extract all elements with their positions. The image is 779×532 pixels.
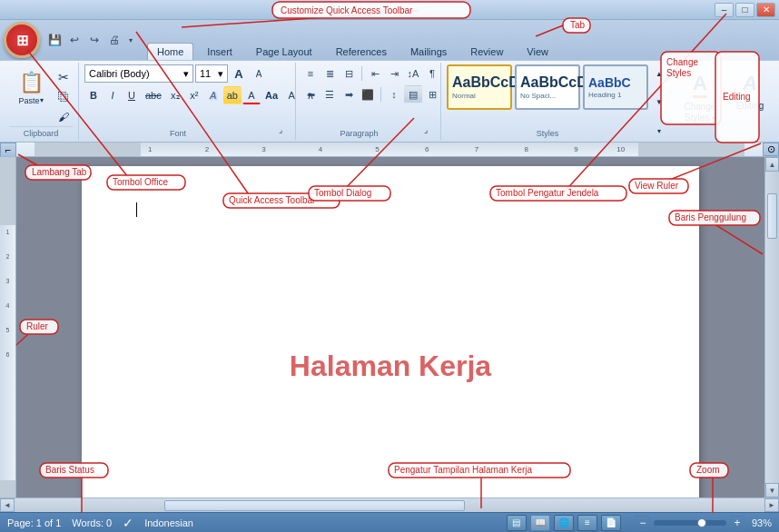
bullets-button[interactable]: ≡	[301, 64, 320, 83]
tab-references[interactable]: References	[326, 43, 397, 60]
style-normal-label: Normal	[452, 92, 476, 100]
ruler-num-4: 4	[319, 145, 322, 153]
v-ruler-bottom-margin	[0, 480, 15, 498]
style-heading1[interactable]: AaBbC Heading 1	[583, 64, 648, 110]
change-styles-button[interactable]: A ChangeStyles ▾	[675, 63, 725, 140]
align-center-button[interactable]: ☰	[320, 85, 339, 103]
view-outline-button[interactable]: ≡	[577, 515, 597, 531]
styles-scroll-up[interactable]: ▲	[650, 64, 668, 83]
ruler-num-6: 6	[425, 145, 429, 153]
justify-button[interactable]: ⬛	[359, 85, 377, 103]
office-button[interactable]: ⊞	[4, 22, 40, 58]
tab-review[interactable]: Review	[460, 43, 513, 60]
paragraph-dialog-button[interactable]: ⌟	[417, 121, 435, 139]
hscroll-right-button[interactable]: ►	[764, 498, 779, 512]
style-normal[interactable]: AaBbCcDc Normal	[447, 64, 512, 110]
increase-indent-button[interactable]: ⇥	[385, 64, 403, 83]
tab-insert[interactable]: Insert	[197, 43, 242, 60]
hscroll-thumb[interactable]	[164, 500, 464, 511]
view-draft-button[interactable]: 📄	[601, 515, 621, 531]
highlight-button[interactable]: ab	[223, 86, 242, 104]
font-size-selector[interactable]: 11 ▾	[195, 64, 228, 83]
tab-alignment-icon[interactable]: ⌐	[0, 143, 16, 157]
document-page[interactable]: Halaman Kerja	[82, 166, 699, 498]
tab-page-layout[interactable]: Page Layout	[246, 43, 322, 60]
close-button[interactable]: ✕	[756, 3, 775, 17]
font-name-row: Calibri (Body) ▾ 11 ▾ A A	[84, 64, 268, 83]
font-size-up-button[interactable]: Aa	[261, 86, 281, 104]
format-painter-button[interactable]: 🖌	[54, 108, 73, 126]
cut-button[interactable]: ✂	[54, 68, 73, 86]
quick-access-toolbar: 💾 ↩ ↪ 🖨 ▾	[45, 31, 136, 49]
decrease-font-button[interactable]: A	[250, 64, 268, 83]
ruler-num-1: 1	[148, 145, 152, 153]
app-window: – □ ✕ ⊞ 💾 ↩ ↪ 🖨 ▾ Home Insert Page Layo	[0, 0, 779, 532]
zoom-out-button[interactable]: −	[636, 516, 650, 530]
sort-button[interactable]: ↕A	[404, 64, 422, 83]
scroll-thumb[interactable]	[767, 193, 777, 239]
increase-font-button[interactable]: A	[230, 64, 248, 83]
show-hide-button[interactable]: ¶	[423, 64, 441, 83]
zoom-slider[interactable]	[654, 520, 726, 526]
view-print-layout-button[interactable]: ▤	[507, 515, 527, 531]
horizontal-scrollbar[interactable]: ◄ ►	[0, 498, 779, 512]
vertical-scrollbar[interactable]: ▲ ▼	[764, 157, 779, 498]
subscript-button[interactable]: x₂	[166, 86, 184, 104]
print-qa-button[interactable]: 🖨	[105, 31, 123, 49]
v-ruler-num3: 3	[0, 278, 15, 284]
shading-button[interactable]: ▤	[404, 85, 422, 103]
border-button[interactable]: ⊞	[423, 85, 441, 103]
qa-dropdown-button[interactable]: ▾	[125, 31, 136, 49]
scroll-track[interactable]	[765, 172, 779, 483]
minimize-button[interactable]: –	[715, 3, 734, 17]
language[interactable]: Indonesian	[144, 517, 193, 528]
align-right-button[interactable]: ➡	[340, 85, 358, 103]
scroll-down-button[interactable]: ▼	[765, 483, 779, 498]
view-web-layout-button[interactable]: 🌐	[554, 515, 574, 531]
change-styles-icon: A	[682, 67, 718, 102]
scroll-up-button[interactable]: ▲	[765, 157, 779, 172]
document-area[interactable]: Halaman Kerja	[16, 157, 764, 498]
clipboard-label: Clipboard	[9, 126, 73, 140]
styles-scroll-down[interactable]: ▼	[650, 94, 668, 112]
italic-button[interactable]: I	[104, 86, 122, 104]
editing-button[interactable]: A Editing	[725, 63, 775, 140]
list-row: ≡ ≣ ⊟ ⇤ ⇥ ↕A ¶	[301, 64, 441, 83]
v-ruler-content: 1 2 3 4 5 6	[0, 225, 15, 480]
numbering-button[interactable]: ≣	[320, 64, 339, 83]
font-color-button[interactable]: A	[242, 86, 261, 104]
strikethrough-button[interactable]: abc	[142, 86, 165, 104]
paste-button[interactable]: 📋 Paste ▾	[9, 64, 53, 112]
copy-button[interactable]: ⿻	[54, 88, 73, 106]
view-ruler-button[interactable]: ⊙	[763, 143, 779, 156]
undo-qa-button[interactable]: ↩	[65, 31, 84, 49]
paste-dropdown-icon[interactable]: ▾	[40, 96, 44, 104]
zoom-slider-thumb[interactable]	[697, 518, 706, 527]
tab-home[interactable]: Home	[147, 43, 193, 60]
hscroll-track[interactable]	[15, 498, 764, 512]
bottom-section: ◄ ► Page: 1 of 1 Words: 0 ✓ Indonesian ▤…	[0, 498, 779, 532]
editing-label: Editing	[736, 101, 764, 111]
align-left-button[interactable]: ⬅	[301, 85, 320, 103]
maximize-button[interactable]: □	[735, 3, 754, 17]
decrease-indent-button[interactable]: ⇤	[366, 64, 384, 83]
zoom-percentage[interactable]: 93%	[752, 517, 772, 528]
style-heading1-preview: AaBbC	[588, 76, 631, 89]
font-dialog-button[interactable]: ⌟	[271, 121, 290, 139]
superscript-button[interactable]: x²	[185, 86, 203, 104]
styles-more[interactable]: ▾	[650, 122, 668, 140]
underline-button[interactable]: U	[123, 86, 141, 104]
style-no-spacing[interactable]: AaBbCcDc No Spaci...	[515, 64, 580, 110]
multilevel-list-button[interactable]: ⊟	[340, 64, 358, 83]
font-name-selector[interactable]: Calibri (Body) ▾	[84, 64, 193, 83]
hscroll-left-button[interactable]: ◄	[0, 498, 15, 512]
save-qa-button[interactable]: 💾	[45, 31, 64, 49]
bold-button[interactable]: B	[84, 86, 103, 104]
redo-qa-button[interactable]: ↪	[85, 31, 104, 49]
zoom-in-button[interactable]: +	[730, 516, 744, 530]
text-effects-button[interactable]: A	[204, 86, 222, 104]
view-full-reading-button[interactable]: 📖	[530, 515, 550, 531]
tab-mailings[interactable]: Mailings	[400, 43, 457, 60]
line-spacing-button[interactable]: ↕	[385, 85, 403, 103]
tab-view[interactable]: View	[517, 43, 558, 60]
